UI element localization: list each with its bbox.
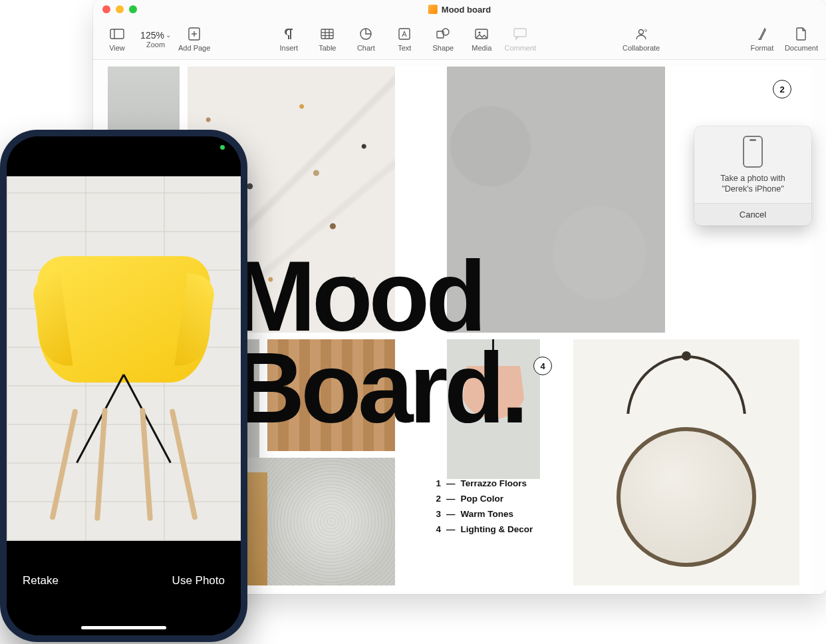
legend-label: Warm Tones — [461, 507, 514, 522]
svg-rect-17 — [514, 29, 526, 37]
window-title: Mood board — [428, 5, 491, 15]
insert-button[interactable]: Insert — [273, 27, 305, 52]
table-button[interactable]: Table — [311, 27, 343, 52]
zoom-label: Zoom — [146, 41, 165, 49]
window-title-text: Mood board — [442, 5, 491, 15]
legend-label: Pop Color — [461, 492, 504, 507]
moodboard-image-mirror[interactable] — [573, 339, 799, 585]
sidebar-icon — [110, 27, 124, 41]
add-page-label: Add Page — [178, 44, 210, 52]
minimize-window-button[interactable] — [116, 5, 124, 13]
popover-text: Take a photo with "Derek's iPhone" — [701, 173, 805, 195]
legend-label: Terrazzo Floors — [461, 476, 527, 492]
chevron-down-icon: ⌄ — [166, 31, 171, 39]
title-line2: Board. — [233, 332, 525, 444]
text-icon: A — [397, 27, 412, 41]
legend-row: 4—Lighting & Decor — [432, 522, 533, 538]
comment-button[interactable]: Comment — [504, 27, 536, 52]
table-label: Table — [319, 44, 336, 52]
comment-label: Comment — [504, 44, 536, 52]
moodboard-image-fur[interactable] — [267, 458, 395, 585]
format-icon — [755, 27, 769, 41]
chair-photo-graphic — [37, 256, 210, 509]
svg-rect-0 — [110, 29, 124, 39]
toolbar: View 125% ⌄ Zoom Add Page Insert — [93, 19, 826, 60]
continuity-camera-popover: Take a photo with "Derek's iPhone" Cance… — [694, 126, 811, 226]
iphone-notch — [74, 136, 174, 156]
view-button[interactable]: View — [101, 27, 133, 52]
legend-list[interactable]: 1—Terrazzo Floors 2—Pop Color 3—Warm Ton… — [432, 476, 533, 538]
svg-point-16 — [479, 31, 481, 33]
chart-button[interactable]: Chart — [350, 27, 382, 52]
comment-icon — [513, 27, 527, 41]
callout-2[interactable]: 2 — [773, 80, 791, 98]
iphone-device: Retake Use Photo — [0, 130, 247, 642]
text-label: Text — [398, 44, 411, 52]
use-photo-button[interactable]: Use Photo — [172, 574, 225, 587]
format-label: Format — [750, 44, 773, 52]
callout-4[interactable]: 4 — [533, 357, 552, 375]
svg-rect-5 — [321, 29, 333, 39]
shape-button[interactable]: Shape — [427, 27, 459, 52]
document-icon — [428, 5, 438, 14]
collaborate-icon — [634, 27, 648, 41]
insert-label: Insert — [280, 44, 299, 52]
svg-point-18 — [639, 29, 644, 34]
camera-bottom-bar: Retake Use Photo — [7, 541, 241, 635]
chart-icon — [358, 27, 373, 41]
fullscreen-window-button[interactable] — [129, 5, 137, 13]
camera-active-indicator — [220, 145, 225, 150]
legend-label: Lighting & Decor — [461, 522, 533, 538]
shape-icon — [436, 27, 450, 41]
zoom-value: 125% — [140, 30, 164, 41]
legend-row: 1—Terrazzo Floors — [432, 476, 533, 492]
retake-button[interactable]: Retake — [23, 574, 59, 587]
table-icon — [320, 27, 335, 41]
chart-label: Chart — [357, 44, 375, 52]
popover-body: Take a photo with "Derek's iPhone" — [694, 126, 811, 203]
camera-photo-preview[interactable] — [7, 176, 241, 541]
text-button[interactable]: A Text — [388, 27, 420, 52]
legend-row: 3—Warm Tones — [432, 507, 533, 522]
svg-text:A: A — [402, 30, 408, 38]
phone-outline-icon — [743, 136, 763, 168]
home-indicator[interactable] — [81, 626, 166, 629]
view-label: View — [109, 44, 125, 52]
zoom-control[interactable]: 125% ⌄ Zoom — [140, 30, 172, 49]
iphone-screen: Retake Use Photo — [7, 136, 241, 635]
media-icon — [474, 27, 489, 41]
collaborate-button[interactable]: Collaborate — [622, 27, 660, 52]
popover-cancel-button[interactable]: Cancel — [694, 203, 811, 226]
mirror-face-graphic — [617, 427, 756, 567]
shape-label: Shape — [432, 44, 454, 52]
add-page-icon — [187, 27, 202, 41]
close-window-button[interactable] — [102, 5, 110, 13]
legend-row: 2—Pop Color — [432, 492, 533, 507]
document-label: Document — [785, 44, 818, 52]
document-settings-icon — [794, 27, 809, 41]
format-button[interactable]: Format — [746, 27, 778, 52]
document-title[interactable]: Mood Board. — [233, 250, 525, 434]
window-titlebar: Mood board — [93, 0, 826, 19]
media-label: Media — [472, 44, 491, 52]
traffic-lights — [93, 5, 137, 13]
collaborate-label: Collaborate — [622, 44, 660, 52]
document-button[interactable]: Document — [785, 27, 818, 52]
pilcrow-icon — [281, 27, 296, 41]
add-page-button[interactable]: Add Page — [178, 27, 210, 52]
media-button[interactable]: Media — [466, 27, 497, 52]
